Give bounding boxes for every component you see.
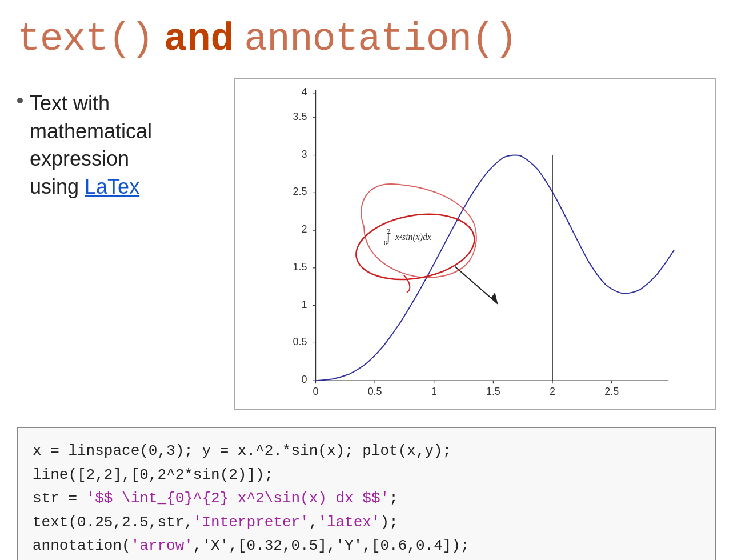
code-line-3: str = '$$ \int_{0}^{2} x^2\sin(x) dx $$'… (33, 487, 700, 511)
svg-text:1: 1 (302, 299, 307, 310)
svg-text:2.5: 2.5 (604, 386, 619, 397)
code-line-5: annotation('arrow','X',[0.32,0.5],'Y',[0… (33, 534, 700, 558)
chart-svg: 0 0.5 1 1.5 2 2.5 3 (235, 79, 715, 409)
title-part2: annotation() (244, 17, 517, 61)
title-and: and (164, 17, 234, 61)
svg-text:0: 0 (302, 374, 307, 385)
svg-text:1.5: 1.5 (293, 261, 307, 273)
svg-text:0.5: 0.5 (293, 336, 307, 347)
page-title: text() and annotation() (17, 17, 716, 61)
svg-text:3: 3 (302, 149, 307, 160)
svg-text:2: 2 (550, 386, 555, 397)
bullet-item: Text with mathematical expression using … (17, 90, 217, 201)
svg-text:2.5: 2.5 (293, 186, 307, 197)
svg-rect-0 (276, 79, 675, 409)
bullet-text: Text with mathematical expression using … (30, 90, 152, 201)
svg-text:0: 0 (384, 238, 387, 247)
bullet-panel: Text with mathematical expression using … (17, 78, 217, 410)
svg-text:1: 1 (431, 386, 437, 397)
svg-text:1.5: 1.5 (486, 386, 500, 397)
svg-text:4: 4 (302, 86, 307, 98)
latex-link[interactable]: LaTex (85, 175, 139, 198)
bullet-dot (17, 98, 23, 103)
svg-text:3.5: 3.5 (293, 111, 307, 122)
svg-text:2: 2 (387, 227, 390, 235)
code-line-2: line([2,2],[0,2^2*sin(2)]); (33, 463, 700, 487)
code-line-1: x = linspace(0,3); y = x.^2.*sin(x); plo… (33, 439, 700, 463)
code-block: x = linspace(0,3); y = x.^2.*sin(x); plo… (17, 427, 716, 560)
svg-text:0.5: 0.5 (368, 386, 382, 397)
svg-text:2: 2 (302, 223, 307, 235)
code-line-4: text(0.25,2.5,str,'Interpreter','latex')… (33, 511, 700, 535)
chart-area: 0 0.5 1 1.5 2 2.5 3 (234, 78, 716, 410)
title-part1: text() (17, 17, 154, 61)
svg-text:0: 0 (313, 386, 318, 397)
svg-text:x²sin(x)dx: x²sin(x)dx (395, 232, 431, 242)
